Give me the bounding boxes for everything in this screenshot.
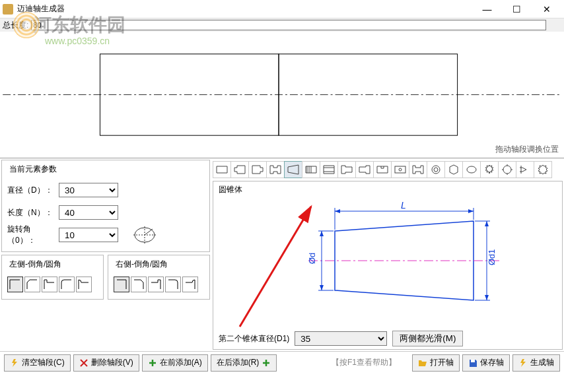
svg-point-9	[432, 166, 440, 174]
svg-text:L: L	[401, 200, 406, 211]
shape-ring[interactable]	[427, 161, 445, 178]
svg-point-12	[503, 166, 511, 174]
lightning-icon	[518, 358, 528, 368]
open-shaft-button[interactable]: 打开轴	[412, 354, 460, 372]
diameter-combo[interactable]: 30	[59, 183, 118, 197]
shape-gear-a[interactable]	[480, 161, 499, 178]
preview-hint: 拖动轴段调换位置	[495, 144, 559, 155]
lightning-icon	[10, 358, 19, 368]
watermark-logo-icon	[13, 12, 40, 38]
shaft-preview[interactable]: 拖动轴段调换位置	[0, 32, 564, 158]
save-shaft-button[interactable]: 保存轴	[462, 354, 510, 372]
clear-segments-button[interactable]: 清空轴段(C)	[4, 354, 71, 372]
svg-rect-27	[471, 360, 475, 362]
right-chamfer-fieldset: 右侧-倒角/圆角	[108, 255, 210, 300]
folder-open-icon	[418, 358, 427, 368]
shape-thread-ext[interactable]	[302, 161, 320, 178]
watermark: 河东软件园 www.pc0359.cn	[13, 12, 125, 46]
add-before-button[interactable]: 在前添加(A)	[142, 354, 208, 372]
shape-cone[interactable]	[284, 161, 302, 178]
shape-hex-a[interactable]	[337, 161, 356, 178]
minimize-button[interactable]: —	[472, 1, 502, 18]
shape-name-label: 圆锥体	[219, 184, 557, 195]
svg-point-11	[467, 166, 476, 173]
svg-line-13	[240, 207, 311, 327]
shape-hex-b[interactable]	[355, 161, 374, 178]
length-label: 长度（N）：	[7, 207, 59, 218]
smooth-both-button[interactable]: 两侧都光滑(M)	[392, 331, 463, 346]
app-icon	[3, 4, 13, 15]
right-chamfer-1[interactable]	[131, 277, 147, 292]
shape-step-right[interactable]	[248, 161, 267, 178]
shape-hole[interactable]	[391, 161, 409, 178]
svg-point-10	[434, 168, 438, 172]
help-hint: 【按F1查看帮助】	[332, 357, 396, 368]
left-chamfer-title: 左侧-倒角/圆角	[7, 259, 63, 270]
shape-gear-b[interactable]	[498, 161, 516, 178]
left-chamfer-none[interactable]	[7, 277, 23, 292]
d1-combo[interactable]: 35	[295, 331, 387, 346]
rotation-sketch-icon	[131, 225, 158, 245]
right-chamfer-title: 右侧-倒角/圆角	[114, 259, 170, 270]
plus-icon	[262, 358, 271, 368]
shape-toolbar	[213, 160, 563, 181]
svg-text:Ød1: Ød1	[487, 249, 497, 265]
shape-groove[interactable]	[266, 161, 285, 178]
left-chamfer-4[interactable]	[76, 277, 92, 292]
right-chamfer-2[interactable]	[148, 277, 164, 292]
svg-rect-8	[395, 166, 405, 173]
shape-ellipse[interactable]	[462, 161, 481, 178]
right-chamfer-4[interactable]	[182, 277, 198, 292]
delete-icon	[79, 358, 88, 368]
shape-step-left[interactable]	[230, 161, 249, 178]
shape-polygon[interactable]	[444, 161, 463, 178]
shape-cylinder[interactable]	[213, 161, 231, 178]
rotation-combo[interactable]: 10	[59, 228, 118, 242]
right-chamfer-none[interactable]	[114, 277, 129, 292]
generate-shaft-button[interactable]: 生成轴	[512, 354, 560, 372]
svg-line-6	[145, 229, 153, 235]
shape-flange[interactable]	[516, 161, 534, 178]
left-chamfer-fieldset: 左侧-倒角/圆角	[1, 255, 104, 300]
add-after-button[interactable]: 在后添加(R)	[211, 354, 277, 372]
shape-gear-c[interactable]	[534, 161, 552, 178]
delete-segment-button[interactable]: 删除轴段(V)	[73, 354, 139, 372]
diameter-label: 直径（D）：	[7, 185, 59, 196]
right-chamfer-3[interactable]	[165, 277, 181, 292]
svg-point-7	[399, 168, 402, 171]
shape-thread-int[interactable]	[320, 161, 338, 178]
params-fieldset: 当前元素参数 直径（D）： 30 长度（N）： 40 旋转角（0）： 10	[1, 160, 210, 252]
shape-spline[interactable]	[409, 161, 427, 178]
plus-icon	[148, 358, 157, 368]
footer-toolbar: 清空轴段(C) 删除轴段(V) 在前添加(A) 在后添加(R) 【按F1查看帮助…	[0, 351, 564, 374]
left-chamfer-3[interactable]	[59, 277, 75, 292]
length-combo[interactable]: 40	[59, 205, 118, 220]
shape-keyway[interactable]	[373, 161, 392, 178]
params-title: 当前元素参数	[7, 164, 59, 175]
maximize-button[interactable]: ☐	[502, 1, 532, 18]
shape-detail-panel: 圆锥体	[213, 181, 563, 350]
save-icon	[468, 358, 477, 368]
rotation-label: 旋转角（0）：	[7, 224, 59, 246]
d1-label: 第二个锥体直径(D1)	[219, 333, 289, 344]
left-chamfer-1[interactable]	[24, 277, 40, 292]
annotation-arrow-icon	[233, 201, 319, 333]
left-chamfer-2[interactable]	[42, 277, 57, 292]
close-button[interactable]: ✕	[532, 1, 561, 18]
